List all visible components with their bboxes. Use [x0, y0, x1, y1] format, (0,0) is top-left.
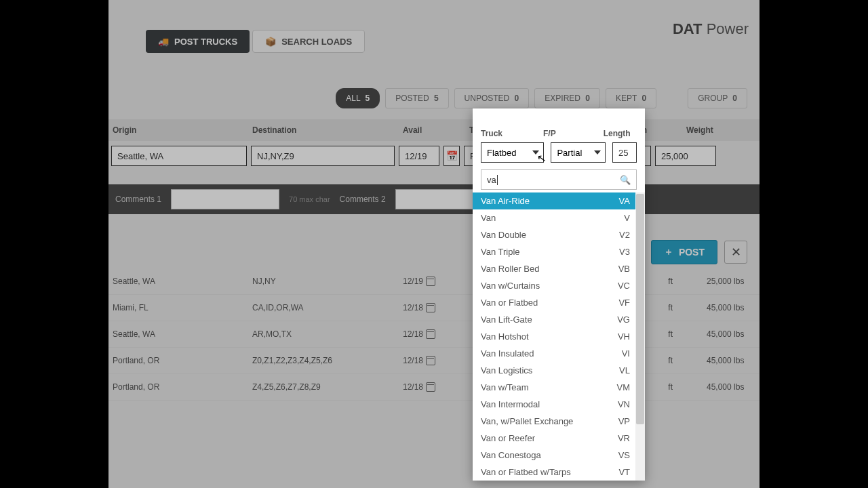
- pop-fp-select[interactable]: Partial: [551, 142, 606, 163]
- truck-option[interactable]: Van HotshotVH: [473, 328, 645, 345]
- truck-option[interactable]: Van InsulatedVI: [473, 345, 645, 362]
- truck-option[interactable]: Van, w/Pallet ExchangeVP: [473, 413, 645, 430]
- tab-posted[interactable]: POSTED 5: [385, 88, 448, 108]
- table-row[interactable]: Portland, ORZ0,Z1,Z2,Z3,Z4,Z5,Z612/18 ft…: [108, 348, 760, 374]
- pop-length-input[interactable]: [612, 142, 637, 163]
- pop-col-length: Length: [604, 129, 631, 138]
- weight-input[interactable]: [655, 146, 716, 166]
- table-row[interactable]: Portland, ORZ4,Z5,Z6,Z7,Z8,Z912/18 ft45,…: [108, 374, 760, 401]
- calendar-icon: [426, 382, 435, 392]
- col-weight: Weight: [677, 125, 760, 135]
- truck-type-dropdown: Truck F/P Length Flatbed Partial va 🔍 Va…: [473, 108, 645, 481]
- calendar-icon: [426, 329, 435, 339]
- truck-option[interactable]: Van or ReeferVR: [473, 430, 645, 447]
- tab-all[interactable]: ALL 5: [336, 88, 380, 108]
- brand-logo: DAT Power: [673, 20, 749, 38]
- col-destination: Destination: [252, 125, 403, 135]
- tab-group[interactable]: GROUP 0: [688, 88, 747, 108]
- plus-icon: ＋: [664, 246, 673, 258]
- table-row[interactable]: Seattle, WAAR,MO,TX12/18 ft45,000 lbs: [108, 321, 760, 348]
- avail-input[interactable]: [399, 146, 439, 166]
- table-row[interactable]: Seattle, WANJ,NY12/19 ft25,000 lbs: [108, 268, 760, 295]
- pop-col-fp: F/P: [543, 129, 556, 138]
- pop-col-truck: Truck: [481, 129, 502, 138]
- truck-option[interactable]: Van IntermodalVN: [473, 396, 645, 413]
- truck-option[interactable]: Van DoubleV2: [473, 226, 645, 243]
- truck-option[interactable]: Van w/CurtainsVC: [473, 277, 645, 294]
- box-search-icon: 📦: [265, 37, 276, 47]
- destination-input[interactable]: [251, 146, 395, 166]
- tab-kept[interactable]: KEPT 0: [606, 88, 656, 108]
- truck-option[interactable]: Van w/TeamVM: [473, 379, 645, 396]
- table-row[interactable]: Miami, FLCA,ID,OR,WA12/18 ft45,000 lbs: [108, 295, 760, 321]
- truck-option[interactable]: Van or FlatbedVF: [473, 294, 645, 311]
- truck-search-input[interactable]: va 🔍: [481, 169, 637, 190]
- truck-option[interactable]: Van or Flatbed w/TarpsVT: [473, 464, 645, 481]
- tab-expired[interactable]: EXPIRED 0: [534, 88, 600, 108]
- truck-option[interactable]: Van Roller BedVB: [473, 260, 645, 277]
- origin-input[interactable]: [111, 146, 247, 166]
- truck-option[interactable]: Van LogisticsVL: [473, 362, 645, 379]
- comments1-max: 70 max char: [289, 195, 330, 203]
- close-button[interactable]: ✕: [724, 241, 747, 264]
- truck-option[interactable]: VanV: [473, 209, 645, 226]
- dropdown-scrollbar[interactable]: [635, 192, 645, 481]
- calendar-icon: [426, 303, 435, 312]
- pop-truck-select[interactable]: Flatbed: [481, 142, 544, 163]
- col-origin: Origin: [108, 125, 252, 135]
- search-loads-button[interactable]: 📦 SEARCH LOADS: [252, 30, 365, 53]
- calendar-icon: [426, 277, 435, 286]
- truck-option[interactable]: Van Lift-GateVG: [473, 311, 645, 328]
- calendar-icon[interactable]: 📅: [443, 146, 460, 166]
- chevron-down-icon: [594, 150, 601, 155]
- truck-icon: 🚚: [158, 37, 169, 47]
- calendar-icon: [426, 356, 435, 365]
- comments1-label: Comments 1: [115, 195, 161, 204]
- post-button[interactable]: ＋POST: [651, 240, 717, 264]
- close-icon: ✕: [731, 245, 741, 260]
- post-trucks-button[interactable]: 🚚 POST TRUCKS: [146, 30, 250, 53]
- comments2-label: Comments 2: [340, 195, 386, 204]
- col-avail: Avail: [403, 125, 469, 135]
- comments1-input[interactable]: [171, 189, 279, 209]
- truck-option[interactable]: Van ConestogaVS: [473, 447, 645, 464]
- truck-option[interactable]: Van TripleV3: [473, 243, 645, 260]
- truck-option[interactable]: Van Air-RideVA: [473, 192, 645, 209]
- tab-unposted[interactable]: UNPOSTED 0: [454, 88, 530, 108]
- search-icon: 🔍: [620, 175, 631, 185]
